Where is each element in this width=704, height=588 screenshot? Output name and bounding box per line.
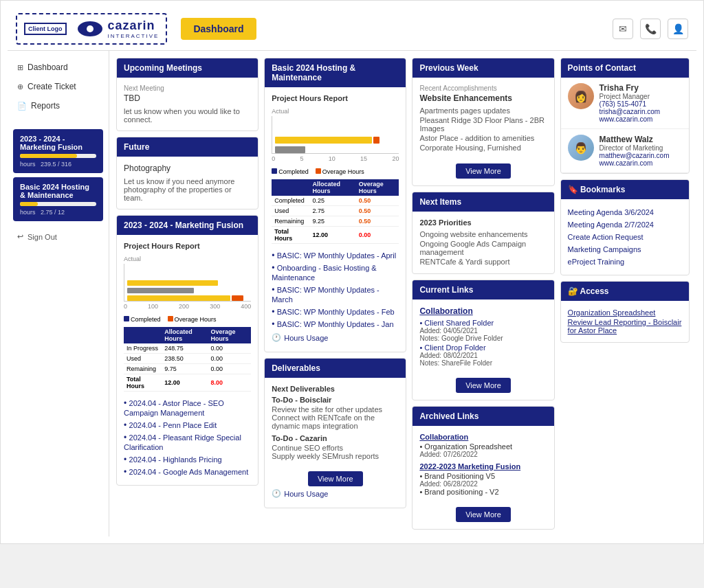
bookmark-4[interactable]: Marketing Campaigns	[568, 245, 641, 253]
sidebar-item-reports[interactable]: 📄 Reports	[8, 96, 109, 115]
bookmark-1[interactable]: Meeting Agenda 3/6/2024	[568, 208, 654, 216]
previous-week-body: Recent Accomplishments Website Enhanceme…	[412, 78, 553, 185]
bh-row3-over: 0.50	[356, 216, 399, 227]
sidebar-item-create-ticket[interactable]: ⊕ Create Ticket	[8, 77, 109, 96]
link-name-1-text: Client Shared Folder	[424, 319, 494, 327]
bookmark-3[interactable]: Create Action Request	[568, 233, 644, 241]
deliverables-hours-usage-label: Hours Usage	[284, 490, 328, 498]
mf-link-5[interactable]: 2024.04 - Google Ads Management	[129, 468, 249, 476]
list-item[interactable]: Meeting Agenda 2/7/2024	[568, 218, 682, 231]
previous-week-header: Previous Week	[412, 58, 553, 78]
list-item[interactable]: Marketing Campaigns	[568, 243, 682, 256]
archived-item-1[interactable]: • Organization Spreadsheet	[419, 442, 547, 451]
bh-bar-gray	[275, 146, 305, 153]
column-1: Upcoming Meetings Next Meeting TBD let u…	[116, 58, 258, 530]
sidebar-project-hosting[interactable]: Basic 2024 Hosting & Maintenance hours 2…	[13, 177, 103, 221]
bh-hours-usage-btn[interactable]: 🕐 Hours Usage	[272, 330, 328, 345]
list-item[interactable]: eProject Training	[568, 256, 682, 268]
project-name-hosting: Basic 2024 Hosting & Maintenance	[20, 183, 96, 199]
link-name-2[interactable]: • Client Drop Folder	[419, 343, 547, 352]
deliverables-boisclair: To-Do - Boisclair Review the site for ot…	[272, 396, 399, 430]
deliverables-hours-usage-btn[interactable]: 🕐 Hours Usage	[272, 486, 328, 501]
bh-link-4[interactable]: BASIC: WP Monthly Updates - Feb	[277, 308, 395, 316]
table-row: Remaining9.250.50	[272, 216, 399, 227]
archived-added-2: Added: 06/28/2022	[419, 480, 547, 488]
next-items-year: 2023 Priorities	[419, 218, 547, 227]
archived-links-header: Archived Links	[412, 407, 553, 426]
contact-email-trisha: trisha@cazarin.com	[600, 108, 661, 115]
sign-out-button[interactable]: ↩ Sign Out	[8, 227, 109, 247]
mf-link-4[interactable]: 2024.04 - Highlands Pricing	[129, 455, 222, 464]
bh-link-5[interactable]: BASIC: WP Monthly Updates - Jan	[277, 320, 394, 328]
legend-completed-label: Completed	[131, 316, 161, 323]
current-links-view-more-btn[interactable]: View More	[456, 378, 511, 393]
email-icon[interactable]: ✉	[613, 19, 633, 39]
link-name-1[interactable]: • Client Shared Folder	[419, 319, 547, 327]
previous-week-view-more-btn[interactable]: View More	[456, 163, 511, 179]
list-item[interactable]: 2024.04 - Penn Place Edit	[124, 419, 251, 431]
access-item-1[interactable]: Organization Spreadsheet	[568, 308, 682, 317]
sidebar-item-dashboard[interactable]: ⊞ Dashboard	[8, 58, 109, 77]
dashboard-button[interactable]: Dashboard	[181, 18, 256, 40]
header-icons: ✉ 📞 👤	[613, 19, 688, 39]
accomplishment-4: Corporate Housing, Furnished	[419, 143, 547, 152]
mf-link-1[interactable]: 2024.04 - Astor Place - SEO Campaign Man…	[124, 399, 224, 417]
future-card: Future Photography Let us know if you ne…	[116, 137, 258, 210]
list-item[interactable]: Meeting Agenda 3/6/2024	[568, 206, 682, 218]
list-item[interactable]: BASIC: WP Monthly Updates - March	[272, 284, 399, 306]
bookmark-2[interactable]: Meeting Agenda 2/7/2024	[568, 220, 654, 229]
mf-bar-1	[127, 280, 248, 286]
mf-hours-table: Allocated Hours Overage Hours In Progres…	[124, 327, 251, 392]
archived-item-3[interactable]: • Brand positioning - V2	[419, 488, 547, 496]
bh-row3-label: Remaining	[272, 216, 309, 227]
list-item[interactable]: BASIC: WP Monthly Updates - Feb	[272, 306, 399, 318]
column-2: Basic 2024 Hosting & Maintenance Project…	[264, 58, 406, 530]
list-item[interactable]: Onboarding - Basic Hosting & Maintenance	[272, 262, 399, 284]
next-meeting-desc: let us know when you would like to conne…	[124, 107, 251, 124]
bh-link-2[interactable]: Onboarding - Basic Hosting & Maintenance	[272, 264, 376, 282]
list-item[interactable]: 2024.04 - Pleasant Ridge Special Clarifi…	[124, 431, 251, 453]
column-3: Previous Week Recent Accomplishments Web…	[412, 58, 554, 530]
mf-legend: Completed Overage Hours	[124, 316, 251, 323]
bh-row1-over: 0.50	[356, 196, 399, 206]
deliverables-view-more-btn[interactable]: View More	[308, 471, 363, 486]
archived-view-more-btn[interactable]: View More	[456, 507, 511, 522]
sidebar-dashboard-label: Dashboard	[28, 63, 68, 72]
list-item[interactable]: 2024.04 - Highlands Pricing	[124, 453, 251, 466]
upcoming-meetings-header: Upcoming Meetings	[117, 58, 258, 78]
future-header: Future	[117, 137, 258, 157]
phone-icon[interactable]: 📞	[640, 19, 661, 39]
access-item-2[interactable]: Review Lead Reporting - Boisclair for As…	[568, 317, 682, 335]
list-item[interactable]: 2024.04 - Astor Place - SEO Campaign Man…	[124, 397, 251, 419]
access-card: 🔐 Access Organization Spreadsheet Review…	[560, 281, 690, 343]
sidebar-project-marketing[interactable]: 2023 - 2024 - Marketing Fusion hours 239…	[13, 129, 103, 173]
bh-link-1[interactable]: BASIC: WP Monthly Updates - April	[277, 251, 396, 260]
user-icon[interactable]: 👤	[668, 19, 688, 39]
accomplishments-title: Website Enhancements	[419, 93, 547, 103]
current-links-header: Current Links	[412, 280, 553, 299]
upcoming-meetings-body: Next Meeting TBD let us know when you wo…	[117, 78, 258, 131]
list-item[interactable]: 2024.04 - Google Ads Management	[124, 466, 251, 478]
bh-link-3[interactable]: BASIC: WP Monthly Updates - March	[272, 286, 380, 304]
mf-bar-3	[127, 295, 248, 301]
deliverables-view-more-container: View More	[272, 466, 399, 486]
list-item[interactable]: BASIC: WP Monthly Updates - April	[272, 249, 399, 262]
sidebar-ticket-label: Create Ticket	[28, 82, 76, 91]
next-item-2: Ongoing Google Ads Campaign management	[419, 239, 547, 257]
bh-row4-alloc: 12.00	[310, 227, 356, 244]
list-item[interactable]: Create Action Request	[568, 231, 682, 243]
accomplishment-3: Astor Place - addition to amenities	[419, 133, 547, 143]
contact-trisha: 👩 Trisha Fry Project Manager (763) 515-4…	[561, 78, 689, 129]
mf-link-3[interactable]: 2024.04 - Pleasant Ridge Special Clarifi…	[124, 433, 241, 451]
archived-section-2-title: 2022-2023 Marketing Fusion	[419, 462, 547, 471]
next-items-body: 2023 Priorities Ongoing website enhancem…	[412, 212, 553, 273]
bh-bars	[275, 137, 396, 153]
bookmark-5[interactable]: eProject Training	[568, 258, 625, 266]
bh-legend-overage-dot	[316, 168, 321, 174]
mf-link-2[interactable]: 2024.04 - Penn Place Edit	[129, 421, 217, 429]
list-item[interactable]: BASIC: WP Monthly Updates - Jan	[272, 318, 399, 330]
archived-links-card: Archived Links Collaboration • Organizat…	[412, 406, 554, 530]
archived-item-2[interactable]: • Brand Positioning V5	[419, 472, 547, 480]
previous-week-view-more-container: View More	[419, 158, 547, 179]
main-layout: ⊞ Dashboard ⊕ Create Ticket 📄 Reports 20…	[8, 51, 696, 536]
